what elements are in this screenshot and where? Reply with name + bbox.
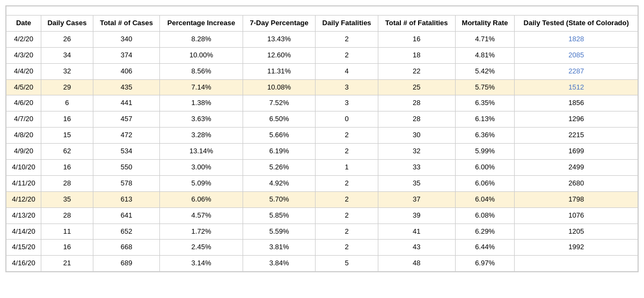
mort-rate-cell: 6.44% — [455, 240, 515, 256]
daily-cases-cell: 32 — [41, 63, 93, 79]
mort-rate-cell: 4.71% — [455, 31, 515, 47]
daily-tested-cell: 2499 — [515, 160, 638, 176]
date-cell: 4/4/20 — [6, 63, 41, 79]
col-header-total-cases: Total # of Cases — [93, 16, 160, 32]
total-cases-cell: 406 — [93, 63, 160, 79]
seven-day-cell: 3.84% — [243, 256, 316, 272]
daily-tested-cell: 1828 — [515, 31, 638, 47]
total-fatal-cell: 48 — [378, 256, 455, 272]
seven-day-cell: 4.92% — [243, 175, 316, 191]
seven-day-cell: 5.26% — [243, 160, 316, 176]
total-cases-cell: 668 — [93, 240, 160, 256]
table-row: 4/6/2064411.38%7.52%3286.35%1856 — [6, 95, 638, 111]
table-row: 4/10/20165503.00%5.26%1336.00%2499 — [6, 160, 638, 176]
daily-fatal-cell: 2 — [316, 144, 378, 160]
daily-tested-cell — [515, 256, 638, 272]
pct-increase-cell: 4.57% — [160, 207, 243, 224]
seven-day-cell: 3.81% — [243, 240, 316, 256]
table-row: 4/16/20216893.14%3.84%5486.97% — [6, 256, 638, 272]
seven-day-cell: 11.31% — [243, 63, 316, 79]
total-cases-cell: 457 — [93, 111, 160, 128]
daily-fatal-cell: 2 — [316, 47, 378, 63]
daily-fatal-cell: 2 — [316, 191, 378, 207]
daily-tested-cell: 1512 — [515, 79, 638, 95]
daily-cases-cell: 34 — [41, 47, 93, 63]
daily-fatal-cell: 3 — [316, 95, 378, 111]
daily-fatal-cell: 2 — [316, 31, 378, 47]
daily-tested-cell: 2215 — [515, 128, 638, 144]
col-header-daily-tested: Daily Tested (State of Colorado) — [515, 16, 638, 32]
table-row: 4/11/20285785.09%4.92%2356.06%2680 — [6, 175, 638, 191]
table-row: 4/9/206253413.14%6.19%2325.99%1699 — [6, 144, 638, 160]
daily-cases-cell: 28 — [41, 207, 93, 224]
total-cases-cell: 689 — [93, 256, 160, 272]
seven-day-cell: 5.85% — [243, 207, 316, 224]
table-row: 4/8/20154723.28%5.66%2306.36%2215 — [6, 128, 638, 144]
daily-cases-cell: 29 — [41, 79, 93, 95]
table-row: 4/14/20116521.72%5.59%2416.29%1205 — [6, 224, 638, 240]
pct-increase-cell: 3.28% — [160, 128, 243, 144]
total-fatal-cell: 28 — [378, 95, 455, 111]
daily-fatal-cell: 2 — [316, 240, 378, 256]
date-cell: 4/2/20 — [6, 31, 41, 47]
daily-cases-cell: 28 — [41, 175, 93, 191]
seven-day-cell: 6.19% — [243, 144, 316, 160]
pct-increase-cell: 1.72% — [160, 224, 243, 240]
total-cases-cell: 472 — [93, 128, 160, 144]
covid-table-wrapper: Date Daily Cases Total # of Cases Percen… — [5, 5, 639, 272]
total-cases-cell: 340 — [93, 31, 160, 47]
daily-tested-cell: 2287 — [515, 63, 638, 79]
seven-day-cell: 5.70% — [243, 191, 316, 207]
seven-day-cell: 6.50% — [243, 111, 316, 128]
header-row: Date Daily Cases Total # of Cases Percen… — [6, 16, 638, 32]
col-header-mortality: Mortality Rate — [455, 16, 515, 32]
date-cell: 4/5/20 — [6, 79, 41, 95]
daily-cases-cell: 21 — [41, 256, 93, 272]
col-header-7day: 7-Day Percentage — [243, 16, 316, 32]
total-cases-cell: 441 — [93, 95, 160, 111]
total-fatal-cell: 39 — [378, 207, 455, 224]
total-fatal-cell: 30 — [378, 128, 455, 144]
total-fatal-cell: 43 — [378, 240, 455, 256]
mort-rate-cell: 6.29% — [455, 224, 515, 240]
total-fatal-cell: 16 — [378, 31, 455, 47]
mort-rate-cell: 5.99% — [455, 144, 515, 160]
daily-fatal-cell: 2 — [316, 224, 378, 240]
pct-increase-cell: 3.63% — [160, 111, 243, 128]
title-row — [6, 6, 638, 16]
total-fatal-cell: 32 — [378, 144, 455, 160]
total-cases-cell: 578 — [93, 175, 160, 191]
mort-rate-cell: 4.81% — [455, 47, 515, 63]
mort-rate-cell: 6.06% — [455, 175, 515, 191]
date-cell: 4/9/20 — [6, 144, 41, 160]
pct-increase-cell: 2.45% — [160, 240, 243, 256]
daily-tested-cell: 1699 — [515, 144, 638, 160]
seven-day-cell: 5.66% — [243, 128, 316, 144]
pct-increase-cell: 1.38% — [160, 95, 243, 111]
pct-increase-cell: 3.14% — [160, 256, 243, 272]
daily-cases-cell: 35 — [41, 191, 93, 207]
daily-tested-cell: 1798 — [515, 191, 638, 207]
date-cell: 4/15/20 — [6, 240, 41, 256]
total-cases-cell: 550 — [93, 160, 160, 176]
pct-increase-cell: 10.00% — [160, 47, 243, 63]
daily-tested-cell: 1992 — [515, 240, 638, 256]
total-cases-cell: 613 — [93, 191, 160, 207]
date-cell: 4/8/20 — [6, 128, 41, 144]
pct-increase-cell: 6.06% — [160, 191, 243, 207]
daily-cases-cell: 26 — [41, 31, 93, 47]
pct-increase-cell: 5.09% — [160, 175, 243, 191]
daily-tested-cell: 1205 — [515, 224, 638, 240]
mort-rate-cell: 5.75% — [455, 79, 515, 95]
total-fatal-cell: 28 — [378, 111, 455, 128]
table-row: 4/13/20286414.57%5.85%2396.08%1076 — [6, 207, 638, 224]
mort-rate-cell: 6.00% — [455, 160, 515, 176]
mort-rate-cell: 6.04% — [455, 191, 515, 207]
daily-fatal-cell: 4 — [316, 63, 378, 79]
seven-day-cell: 13.43% — [243, 31, 316, 47]
total-fatal-cell: 22 — [378, 63, 455, 79]
table-row: 4/3/203437410.00%12.60%2184.81%2085 — [6, 47, 638, 63]
total-fatal-cell: 25 — [378, 79, 455, 95]
date-cell: 4/3/20 — [6, 47, 41, 63]
date-cell: 4/7/20 — [6, 111, 41, 128]
